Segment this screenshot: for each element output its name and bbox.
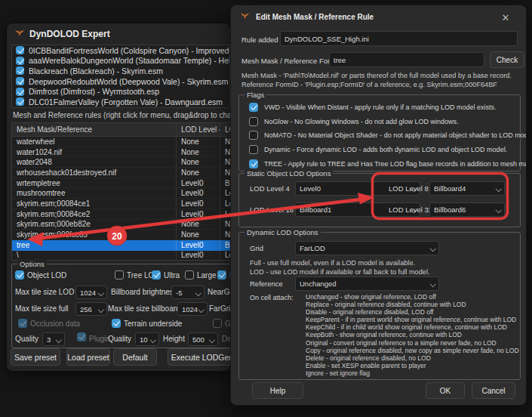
column-header[interactable]: Mesh Mask/Reference (12, 123, 177, 136)
rule-row[interactable]: wrtempletreeLevel0Bil (12, 178, 231, 189)
close-icon[interactable] (500, 11, 512, 23)
worldspace-checkbox[interactable] (16, 97, 24, 106)
flag-label: NoMATO - No Material Object Shader - do … (264, 131, 527, 139)
cancel-button[interactable]: Cancel (472, 382, 515, 399)
max-tile-billboard-label: Max tile size billboard (108, 304, 180, 313)
worldspace-checkbox[interactable] (16, 88, 24, 96)
mesh-mask-value: tree (334, 56, 346, 64)
large-label: Large (197, 271, 217, 280)
tree-lod-checkbox[interactable] (115, 270, 124, 280)
rule-row[interactable]: skyrim.esm;00084ce1Level0Le (12, 199, 231, 209)
rule-cell-mask: skyrim.esm;00084ce1 (12, 199, 177, 208)
flag-row: NoGlow - No Glowing Windows - do not add… (239, 115, 520, 129)
billboard-brightness-value: -5 (176, 289, 182, 297)
rule-row[interactable]: wrhouseshack01destroyed.nifNoneNo (12, 168, 231, 178)
rule-cell-mask: skyrim.esm;000eb82e (12, 220, 177, 230)
help-button[interactable]: Help (252, 382, 303, 399)
rule-row[interactable]: mushroomtreeLevel0Le (12, 188, 231, 199)
rule-cell-lod4: None (177, 220, 220, 230)
rules-caption: Mesh and Reference rules (right click fo… (13, 111, 231, 119)
dynamic-checkbox[interactable] (217, 270, 226, 280)
flag-checkbox[interactable] (249, 131, 258, 140)
quality-terrain-value: 10 (140, 335, 148, 344)
rule-row[interactable]: waterwheelNoneNo (12, 137, 231, 147)
grid-select[interactable]: FarLOD (295, 241, 439, 255)
object-lod-checkbox[interactable] (15, 270, 24, 280)
flag-row: VWD - Visible When Distant - apply rule … (239, 100, 520, 115)
height-select[interactable]: 500 (188, 332, 218, 346)
fargrid-label: FarGridT (209, 304, 231, 313)
lod-level-4-label: LOD Level 4 (250, 184, 290, 193)
worldspace-item[interactable]: Blackreach (Blackreach) - Skyrim.esm (12, 66, 229, 76)
save-preset-button[interactable]: Save preset (11, 348, 60, 366)
rule-cell-mask: wrtempletree (12, 178, 177, 188)
flag-checkbox[interactable] (249, 117, 258, 126)
grid-value: FarLOD (300, 244, 325, 252)
quality-terrain-select[interactable]: 10 (135, 332, 159, 346)
mesh-mask-input[interactable]: tree (329, 52, 484, 67)
max-tile-full-value: 256 (80, 305, 92, 314)
worldspace-checkbox[interactable] (16, 77, 24, 85)
dynamic-lod-group-label: Dynamic LOD Options (244, 227, 321, 237)
plugin-label: Plugin (89, 335, 110, 343)
worldspace-checkbox[interactable] (16, 66, 24, 75)
worldspace-checkbox[interactable] (16, 57, 24, 65)
rule-cell-lod8: Le (220, 209, 231, 219)
default-button[interactable]: Default (113, 348, 157, 366)
lod-level-8-select[interactable]: Billboard4 (429, 181, 505, 196)
plugin-checkbox[interactable] (77, 332, 86, 341)
max-tile-lod-select[interactable]: 1024 (75, 286, 107, 299)
flag-checkbox[interactable] (249, 159, 258, 168)
flag-checkbox[interactable] (249, 103, 258, 112)
on-cell-attach-line: KeepBoth - show original reference, cont… (306, 331, 519, 338)
rule-row[interactable]: skyrim.esm;000fcc65NoneNo (12, 230, 231, 240)
worldspace-checkbox[interactable] (16, 46, 24, 54)
load-preset-button[interactable]: Load preset (66, 348, 110, 366)
ultra-checkbox[interactable] (152, 270, 161, 280)
main-window-title: DynDOLOD Expert (29, 29, 110, 39)
rule-cell-lod4: None (177, 230, 220, 239)
reference-select[interactable]: Unchanged (295, 276, 439, 291)
worldspace-item[interactable]: DLC01FalmerValley (Forgotten Vale) - Daw… (12, 97, 229, 107)
rule-row[interactable]: water2048NoneNo (12, 157, 231, 168)
worldspace-item[interactable]: DeepwoodRedoubtWorld (Deepwood Vale) - S… (12, 76, 229, 87)
billboard-brightness-select[interactable]: -5 (171, 286, 204, 299)
on-cell-attach-line: Delete - original reference disabled, no… (306, 354, 519, 362)
rule-cell-lod8: Le (220, 199, 231, 208)
on-cell-attach-line: Enable - set XESP enable parent to playe… (306, 362, 519, 369)
max-tile-full-select[interactable]: 256 (75, 302, 107, 316)
rule-cell-lod8: Bil (220, 178, 231, 188)
max-tile-billboard-select[interactable]: 1024 (177, 302, 208, 316)
rule-cell-lod8: No (220, 168, 231, 178)
check-button[interactable]: Check (490, 51, 524, 68)
max-tile-lod-value: 1024 (80, 289, 96, 297)
rule-row[interactable]: water1024.nifNoneNo (12, 147, 231, 158)
lod-level-32-select[interactable]: Billboard6 (429, 202, 505, 217)
lod-level-8-label: LOD Level 8 (389, 184, 429, 193)
grass-checkbox[interactable] (213, 319, 222, 328)
on-cell-attach-line: Ignore - set ignore flag (306, 369, 519, 377)
rule-row[interactable]: skyrim.esm;00084ce2Level0Le (12, 209, 231, 220)
mesh-mask-helper-line2: Reference FormID - 'Plugin.esp;FormID' o… (241, 81, 497, 88)
column-header[interactable]: LO (220, 123, 231, 136)
terrain-underside-checkbox[interactable] (112, 319, 121, 328)
rules-table[interactable]: Mesh Mask/ReferenceLOD Level 4LO waterwh… (11, 122, 231, 261)
static-lod-group-label: Static Object LOD Options (244, 168, 333, 178)
execute-lodgen-button[interactable]: Execute LODGen (168, 348, 231, 366)
rule-cell-lod8: No (220, 220, 231, 230)
large-checkbox[interactable] (185, 270, 194, 280)
occlusion-data-checkbox[interactable] (18, 319, 27, 328)
worldspace-item[interactable]: 0ICBBanditFortressWorld (Coldspire Canyo… (12, 45, 229, 56)
column-header[interactable]: LOD Level 4 (177, 123, 220, 136)
rule-added-by-input[interactable]: DynDOLOD_SSE_High.ini (280, 31, 518, 46)
ok-button[interactable]: OK (426, 382, 465, 399)
quality-occlusion-select[interactable]: 3 (42, 332, 65, 346)
rule-row[interactable]: skyrim.esm;000eb82eNoneNo (12, 220, 231, 230)
static-lod-group: Static Object LOD Options LOD Level 4 Le… (238, 173, 521, 227)
reference-label: Reference (250, 280, 283, 288)
rule-row[interactable]: treeLevel0Bil (12, 240, 231, 251)
flag-checkbox[interactable] (249, 145, 258, 154)
worldspace-item[interactable]: Dimfrost (Dimfrost) - Wyrmstooth.esp (12, 86, 229, 97)
worldspace-list[interactable]: 0ICBBanditFortressWorld (Coldspire Canyo… (11, 45, 230, 108)
worldspace-item[interactable]: aaaWereBalokDungeonWorld (Staadomaar Tem… (12, 56, 229, 66)
